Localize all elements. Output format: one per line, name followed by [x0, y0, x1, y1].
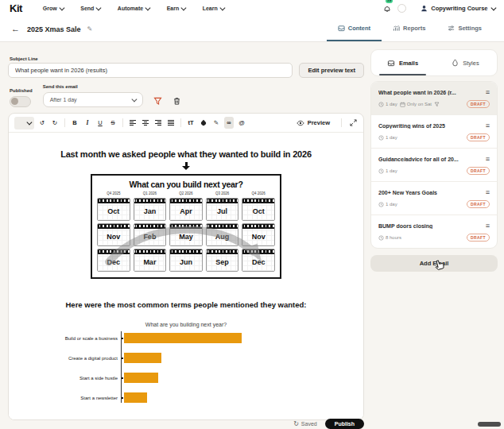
- edit-preview-text-button[interactable]: Edit preview text: [299, 63, 364, 78]
- tab-content[interactable]: Content: [327, 17, 382, 41]
- underline-button[interactable]: U: [95, 117, 105, 129]
- nav-menu-earn[interactable]: Earn: [167, 6, 185, 11]
- bell-icon: [383, 5, 391, 13]
- nav-menu-automate[interactable]: Automate: [118, 6, 149, 11]
- align-left-button[interactable]: [128, 117, 138, 129]
- email-item-meta-row: 1 day DRAFT: [378, 200, 490, 208]
- text-size-button[interactable]: tT: [186, 117, 196, 129]
- text-color-button[interactable]: [199, 117, 208, 129]
- down-arrow-icon: [185, 162, 188, 166]
- calendar-icon: [400, 102, 405, 107]
- mini-calendar: Oct: [242, 198, 275, 221]
- send-timing-select[interactable]: After 1 day: [43, 92, 143, 107]
- tab-styles[interactable]: Styles: [434, 50, 497, 75]
- back-button[interactable]: ←: [11, 25, 20, 33]
- nav-menu-label: Automate: [118, 6, 143, 11]
- email-schedule: Only on Sat: [400, 102, 432, 107]
- progress-ring-icon[interactable]: [397, 4, 406, 13]
- month-label: Feb: [134, 229, 166, 245]
- email-list-item[interactable]: Copywriting wins of 2025 ≡ 1 day DRAFT: [371, 114, 497, 148]
- email-list-item[interactable]: Guidance/advice for all of 20... ≡ 1 day…: [371, 148, 497, 181]
- nav-menu-send[interactable]: Send: [80, 6, 100, 11]
- chart-bar-row: Start a newsletter: [46, 392, 326, 403]
- email-timing: 1 day: [378, 202, 397, 207]
- email-list-item[interactable]: BUMP doors closing ≡ 8 hours DRAFT: [371, 214, 497, 248]
- bold-icon: B: [72, 119, 76, 126]
- chart-bar-label: Create a digital product: [46, 356, 122, 361]
- nav-menu-learn[interactable]: Learn: [203, 6, 224, 11]
- preview-button[interactable]: Preview: [292, 118, 335, 127]
- chart-bar-area: [122, 353, 326, 363]
- chart-bar-row: Start a side hustle: [46, 373, 326, 383]
- paragraph-style-button[interactable]: [14, 117, 34, 129]
- calendar-image[interactable]: What can you build next year? Q4 2025Oct…: [91, 174, 281, 279]
- tab-label: Settings: [458, 25, 482, 32]
- chart-title: What are you building next year?: [46, 322, 326, 327]
- chart-bar-area: [122, 373, 326, 383]
- survey-chart-image[interactable]: What are you building next year? Build o…: [46, 322, 326, 403]
- tab-settings[interactable]: Settings: [436, 17, 493, 41]
- month-label: Oct: [242, 203, 274, 220]
- mini-calendar: May: [169, 223, 203, 246]
- kit-logo[interactable]: Kit: [10, 2, 22, 14]
- subject-input[interactable]: [8, 63, 293, 78]
- mini-calendar: Nov: [242, 223, 275, 246]
- email-item-title-row: Copywriting wins of 2025 ≡: [378, 122, 490, 129]
- mention-button[interactable]: @: [237, 117, 246, 129]
- published-toggle[interactable]: [10, 96, 31, 107]
- styles-paint-icon: [452, 59, 459, 67]
- quarter-label: Q4 2026: [242, 191, 275, 195]
- email-list-item[interactable]: What people want in 2026 (r... ≡ 1 day O…: [371, 82, 497, 114]
- email-body-canvas[interactable]: Last month we asked people what they wan…: [9, 133, 363, 419]
- chevron-down-icon: [26, 120, 31, 125]
- undo-button[interactable]: ↺: [37, 117, 47, 129]
- tab-reports[interactable]: Reports: [382, 17, 436, 41]
- horizontal-scrollbar-thumb[interactable]: [478, 422, 501, 427]
- drag-handle-icon[interactable]: ≡: [486, 222, 490, 230]
- drag-handle-icon[interactable]: ≡: [486, 89, 490, 96]
- chart-bar-area: [122, 333, 326, 343]
- email-timing: 8 hours: [378, 235, 401, 241]
- email-item-title-row: BUMP doors closing ≡: [378, 222, 490, 230]
- draw-button[interactable]: ✎: [211, 117, 221, 129]
- email-item-title: 200+ New Years Goals: [378, 190, 437, 195]
- align-right-button[interactable]: [153, 117, 163, 129]
- redo-button[interactable]: ↻: [50, 117, 60, 129]
- account-menu[interactable]: Copywriting Course: [421, 5, 494, 12]
- nav-menu-grow[interactable]: Grow: [43, 6, 63, 11]
- email-item-title: What people want in 2026 (r...: [378, 90, 456, 95]
- ink-drop-icon: [200, 119, 207, 126]
- drag-handle-icon[interactable]: ≡: [486, 156, 490, 163]
- tab-label: Styles: [463, 60, 479, 67]
- drag-handle-icon[interactable]: ≡: [486, 122, 490, 129]
- strikethrough-button[interactable]: S: [108, 117, 118, 129]
- italic-button[interactable]: I: [83, 117, 92, 129]
- chevron-down-icon: [60, 6, 64, 10]
- delete-email-button[interactable]: [173, 97, 181, 106]
- email-item-meta-row: 1 day Only on Sat DRAFT: [378, 100, 490, 108]
- drag-handle-icon[interactable]: ≡: [486, 189, 490, 196]
- filter-rules-button[interactable]: [153, 97, 162, 106]
- email-timing: 1 day: [378, 135, 397, 141]
- edit-title-icon[interactable]: ✎: [87, 25, 93, 33]
- fullscreen-button[interactable]: [348, 117, 358, 129]
- settings-sliders-icon: [448, 25, 455, 32]
- tab-emails[interactable]: Emails: [371, 50, 434, 75]
- align-justify-icon: [168, 120, 174, 126]
- undo-icon: ↺: [40, 119, 45, 126]
- email-list-item[interactable]: 200+ New Years Goals ≡ 1 day DRAFT: [371, 181, 497, 214]
- email-item-title: BUMP doors closing: [378, 223, 432, 229]
- add-email-button[interactable]: Add Email: [370, 255, 498, 272]
- align-justify-button[interactable]: [166, 117, 176, 129]
- align-center-button[interactable]: [141, 117, 150, 129]
- notifications-button[interactable]: 29: [383, 2, 391, 16]
- chart-bar: [124, 353, 161, 363]
- publish-button[interactable]: Publish: [325, 419, 364, 429]
- calendar-quarter-column: Q4 2026OctNovDec: [242, 191, 275, 272]
- email-item-title: Copywriting wins of 2025: [378, 123, 445, 129]
- email-timing-label: 1 day: [386, 202, 397, 207]
- link-button[interactable]: ∞: [224, 117, 234, 129]
- bold-button[interactable]: B: [70, 117, 79, 129]
- strikethrough-icon: S: [110, 119, 114, 126]
- chevron-down-icon: [181, 6, 186, 10]
